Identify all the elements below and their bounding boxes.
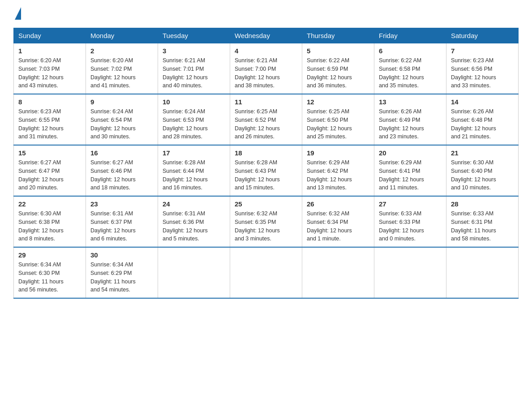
day-number: 29 — [18, 251, 81, 259]
day-cell — [158, 247, 230, 298]
day-number: 8 — [18, 98, 81, 106]
day-info: Sunrise: 6:26 AMSunset: 6:49 PMDaylight:… — [379, 107, 442, 141]
day-cell: 14 Sunrise: 6:26 AMSunset: 6:48 PMDaylig… — [446, 94, 519, 145]
day-info: Sunrise: 6:25 AMSunset: 6:50 PMDaylight:… — [307, 107, 369, 141]
day-number: 9 — [90, 98, 153, 106]
day-cell: 11 Sunrise: 6:25 AMSunset: 6:52 PMDaylig… — [230, 94, 302, 145]
day-number: 18 — [235, 149, 297, 157]
week-row-4: 22 Sunrise: 6:30 AMSunset: 6:38 PMDaylig… — [14, 196, 519, 247]
logo-triangle-icon — [15, 7, 21, 20]
day-cell: 26 Sunrise: 6:32 AMSunset: 6:34 PMDaylig… — [302, 196, 374, 247]
day-number: 27 — [379, 200, 442, 208]
day-info: Sunrise: 6:29 AMSunset: 6:42 PMDaylight:… — [307, 158, 369, 192]
day-number: 24 — [163, 200, 225, 208]
day-number: 20 — [379, 149, 442, 157]
day-number: 26 — [307, 200, 369, 208]
day-cell: 3 Sunrise: 6:21 AMSunset: 7:01 PMDayligh… — [158, 43, 230, 94]
day-cell: 19 Sunrise: 6:29 AMSunset: 6:42 PMDaylig… — [302, 145, 374, 196]
day-cell: 12 Sunrise: 6:25 AMSunset: 6:50 PMDaylig… — [302, 94, 374, 145]
day-info: Sunrise: 6:30 AMSunset: 6:40 PMDaylight:… — [451, 158, 514, 192]
day-cell — [302, 247, 374, 298]
logo — [13, 9, 21, 19]
day-info: Sunrise: 6:28 AMSunset: 6:44 PMDaylight:… — [163, 158, 225, 192]
day-info: Sunrise: 6:20 AMSunset: 7:02 PMDaylight:… — [90, 56, 153, 90]
day-info: Sunrise: 6:31 AMSunset: 6:36 PMDaylight:… — [163, 210, 225, 243]
day-cell: 8 Sunrise: 6:23 AMSunset: 6:55 PMDayligh… — [14, 94, 86, 145]
day-number: 12 — [307, 98, 369, 106]
day-cell: 5 Sunrise: 6:22 AMSunset: 6:59 PMDayligh… — [302, 43, 374, 94]
day-info: Sunrise: 6:27 AMSunset: 6:47 PMDaylight:… — [18, 158, 81, 192]
day-number: 13 — [379, 98, 442, 106]
day-info: Sunrise: 6:30 AMSunset: 6:38 PMDaylight:… — [18, 210, 81, 243]
day-info: Sunrise: 6:32 AMSunset: 6:35 PMDaylight:… — [235, 210, 297, 243]
day-cell: 27 Sunrise: 6:33 AMSunset: 6:33 PMDaylig… — [374, 196, 446, 247]
day-info: Sunrise: 6:22 AMSunset: 6:59 PMDaylight:… — [307, 56, 369, 90]
day-number: 2 — [90, 47, 153, 55]
day-info: Sunrise: 6:33 AMSunset: 6:31 PMDaylight:… — [451, 210, 514, 243]
day-cell: 30 Sunrise: 6:34 AMSunset: 6:29 PMDaylig… — [86, 247, 158, 298]
day-cell — [446, 247, 519, 298]
calendar-table: SundayMondayTuesdayWednesdayThursdayFrid… — [13, 28, 519, 299]
day-number: 7 — [451, 47, 514, 55]
day-number: 1 — [18, 47, 81, 55]
day-number: 14 — [451, 98, 514, 106]
day-number: 21 — [451, 149, 514, 157]
header-cell-tuesday: Tuesday — [158, 28, 230, 43]
day-cell: 23 Sunrise: 6:31 AMSunset: 6:37 PMDaylig… — [86, 196, 158, 247]
day-cell: 15 Sunrise: 6:27 AMSunset: 6:47 PMDaylig… — [14, 145, 86, 196]
day-info: Sunrise: 6:34 AMSunset: 6:29 PMDaylight:… — [90, 261, 153, 294]
day-cell: 22 Sunrise: 6:30 AMSunset: 6:38 PMDaylig… — [14, 196, 86, 247]
day-number: 4 — [235, 47, 297, 55]
day-number: 11 — [235, 98, 297, 106]
day-cell: 20 Sunrise: 6:29 AMSunset: 6:41 PMDaylig… — [374, 145, 446, 196]
day-info: Sunrise: 6:27 AMSunset: 6:46 PMDaylight:… — [90, 158, 153, 192]
day-cell: 25 Sunrise: 6:32 AMSunset: 6:35 PMDaylig… — [230, 196, 302, 247]
header-cell-sunday: Sunday — [14, 28, 86, 43]
day-info: Sunrise: 6:23 AMSunset: 6:55 PMDaylight:… — [18, 107, 81, 141]
day-cell: 1 Sunrise: 6:20 AMSunset: 7:03 PMDayligh… — [14, 43, 86, 94]
day-info: Sunrise: 6:22 AMSunset: 6:58 PMDaylight:… — [379, 56, 442, 90]
day-info: Sunrise: 6:28 AMSunset: 6:43 PMDaylight:… — [235, 158, 297, 192]
day-number: 17 — [163, 149, 225, 157]
day-info: Sunrise: 6:24 AMSunset: 6:53 PMDaylight:… — [163, 107, 225, 141]
header-row: SundayMondayTuesdayWednesdayThursdayFrid… — [14, 28, 519, 43]
day-cell: 28 Sunrise: 6:33 AMSunset: 6:31 PMDaylig… — [446, 196, 519, 247]
day-cell: 9 Sunrise: 6:24 AMSunset: 6:54 PMDayligh… — [86, 94, 158, 145]
day-cell: 17 Sunrise: 6:28 AMSunset: 6:44 PMDaylig… — [158, 145, 230, 196]
day-number: 3 — [163, 47, 225, 55]
day-info: Sunrise: 6:34 AMSunset: 6:30 PMDaylight:… — [18, 261, 81, 294]
day-cell: 10 Sunrise: 6:24 AMSunset: 6:53 PMDaylig… — [158, 94, 230, 145]
day-number: 30 — [90, 251, 153, 259]
day-number: 19 — [307, 149, 369, 157]
day-cell: 29 Sunrise: 6:34 AMSunset: 6:30 PMDaylig… — [14, 247, 86, 298]
day-cell: 6 Sunrise: 6:22 AMSunset: 6:58 PMDayligh… — [374, 43, 446, 94]
day-number: 6 — [379, 47, 442, 55]
day-info: Sunrise: 6:24 AMSunset: 6:54 PMDaylight:… — [90, 107, 153, 141]
week-row-3: 15 Sunrise: 6:27 AMSunset: 6:47 PMDaylig… — [14, 145, 519, 196]
page-header — [13, 9, 519, 19]
day-info: Sunrise: 6:21 AMSunset: 7:00 PMDaylight:… — [235, 56, 297, 90]
day-info: Sunrise: 6:29 AMSunset: 6:41 PMDaylight:… — [379, 158, 442, 192]
week-row-5: 29 Sunrise: 6:34 AMSunset: 6:30 PMDaylig… — [14, 247, 519, 298]
day-cell: 16 Sunrise: 6:27 AMSunset: 6:46 PMDaylig… — [86, 145, 158, 196]
week-row-1: 1 Sunrise: 6:20 AMSunset: 7:03 PMDayligh… — [14, 43, 519, 94]
day-cell — [374, 247, 446, 298]
day-cell: 18 Sunrise: 6:28 AMSunset: 6:43 PMDaylig… — [230, 145, 302, 196]
day-cell: 13 Sunrise: 6:26 AMSunset: 6:49 PMDaylig… — [374, 94, 446, 145]
day-cell — [230, 247, 302, 298]
header-cell-friday: Friday — [374, 28, 446, 43]
day-number: 5 — [307, 47, 369, 55]
day-info: Sunrise: 6:26 AMSunset: 6:48 PMDaylight:… — [451, 107, 514, 141]
day-info: Sunrise: 6:33 AMSunset: 6:33 PMDaylight:… — [379, 210, 442, 243]
day-number: 28 — [451, 200, 514, 208]
day-info: Sunrise: 6:25 AMSunset: 6:52 PMDaylight:… — [235, 107, 297, 141]
header-cell-thursday: Thursday — [302, 28, 374, 43]
day-cell: 4 Sunrise: 6:21 AMSunset: 7:00 PMDayligh… — [230, 43, 302, 94]
day-number: 15 — [18, 149, 81, 157]
day-number: 16 — [90, 149, 153, 157]
day-number: 23 — [90, 200, 153, 208]
day-number: 22 — [18, 200, 81, 208]
day-cell: 2 Sunrise: 6:20 AMSunset: 7:02 PMDayligh… — [86, 43, 158, 94]
day-info: Sunrise: 6:31 AMSunset: 6:37 PMDaylight:… — [90, 210, 153, 243]
day-cell: 7 Sunrise: 6:23 AMSunset: 6:56 PMDayligh… — [446, 43, 519, 94]
